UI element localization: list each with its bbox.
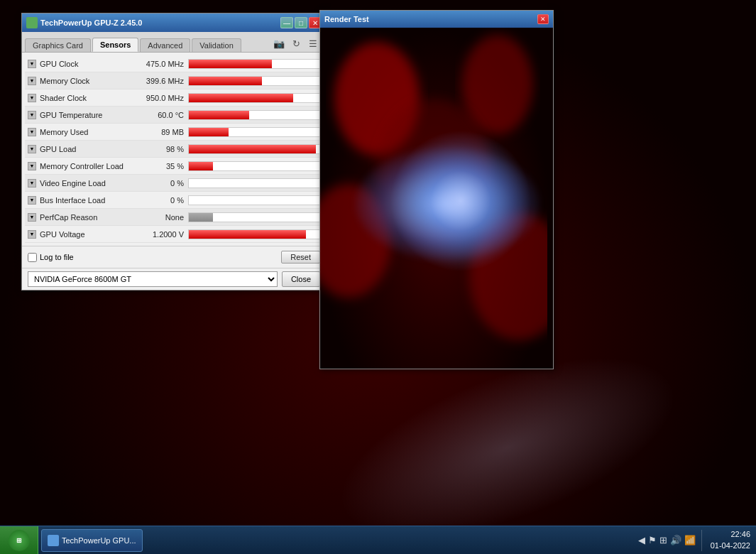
sensor-bar-container bbox=[188, 161, 323, 171]
menu-icon[interactable]: ☰ bbox=[306, 36, 320, 50]
tab-advanced[interactable]: Advanced bbox=[140, 38, 190, 52]
sensor-label: GPU Load bbox=[38, 145, 76, 153]
minimize-button[interactable]: — bbox=[280, 17, 293, 28]
sensor-dropdown-btn[interactable]: ▼ bbox=[28, 94, 36, 102]
sensor-name-cell: ▼Video Engine Load bbox=[25, 179, 135, 188]
tab-validation[interactable]: Validation bbox=[192, 38, 241, 52]
sensor-name-cell: ▼Bus Interface Load bbox=[25, 196, 135, 205]
reset-button[interactable]: Reset bbox=[281, 251, 320, 264]
sensor-dropdown-btn[interactable]: ▼ bbox=[28, 77, 36, 85]
sensor-value: 98 % bbox=[135, 145, 188, 153]
start-button[interactable]: ⊞ bbox=[0, 526, 38, 555]
sensor-name-cell: ▼GPU Voltage bbox=[25, 230, 135, 239]
sensor-label: Memory Clock bbox=[38, 77, 89, 85]
render-test-window: Render Test ✕ bbox=[319, 10, 554, 369]
sensor-bar bbox=[189, 94, 293, 102]
sensor-bar bbox=[189, 77, 262, 85]
camera-icon[interactable]: 📷 bbox=[272, 36, 286, 50]
win-controls: — □ ✕ bbox=[280, 17, 322, 28]
sensor-bar-container bbox=[188, 127, 323, 137]
sensor-row: ▼Memory Clock399.6 MHz bbox=[25, 72, 323, 89]
taskbar-clock: 22:46 01-04-2022 bbox=[705, 529, 756, 551]
sensors-panel: ▼GPU Clock475.0 MHz▼Memory Clock399.6 MH… bbox=[22, 53, 326, 246]
sensor-bar bbox=[189, 145, 316, 153]
signal-icon[interactable]: 📶 bbox=[684, 535, 696, 545]
sensor-value: 475.0 MHz bbox=[135, 60, 188, 68]
sensor-dropdown-btn[interactable]: ▼ bbox=[28, 128, 36, 136]
sensor-dropdown-btn[interactable]: ▼ bbox=[28, 145, 36, 153]
sensor-value: 89 MB bbox=[135, 128, 188, 136]
taskbar-items: TechPowerUp GPU... bbox=[38, 529, 635, 552]
sensor-bar-container bbox=[188, 144, 323, 154]
sensor-value: None bbox=[135, 213, 188, 222]
bottom-panel: Log to file Reset bbox=[22, 246, 326, 268]
gpu-close-button[interactable]: Close bbox=[282, 271, 320, 287]
render-close-button[interactable]: ✕ bbox=[537, 14, 549, 24]
flag-icon[interactable]: ⚑ bbox=[648, 535, 657, 545]
sensor-bar bbox=[189, 213, 213, 222]
log-checkbox-input[interactable] bbox=[28, 253, 37, 262]
sensor-name-cell: ▼Shader Clock bbox=[25, 94, 135, 102]
bottom-buttons: Reset bbox=[281, 251, 320, 264]
sensor-value: 950.0 MHz bbox=[135, 94, 188, 102]
sensor-label: Video Engine Load bbox=[38, 179, 106, 188]
sensor-dropdown-btn[interactable]: ▼ bbox=[28, 111, 36, 119]
sensor-row: ▼PerfCap ReasonNone bbox=[25, 209, 323, 226]
volume-icon[interactable]: 🔊 bbox=[670, 535, 681, 545]
gpu-select[interactable]: NVIDIA GeForce 8600M GT bbox=[28, 271, 278, 287]
sensor-row: ▼GPU Temperature60.0 °C bbox=[25, 107, 323, 124]
sensor-row: ▼Memory Used89 MB bbox=[25, 124, 323, 141]
sensor-bar-container bbox=[188, 110, 323, 120]
sensor-value: 0 % bbox=[135, 179, 188, 188]
sensor-row: ▼Bus Interface Load0 % bbox=[25, 192, 323, 209]
taskbar-gpuz-item[interactable]: TechPowerUp GPU... bbox=[41, 529, 143, 552]
network-icon[interactable]: ⊞ bbox=[659, 535, 667, 545]
render-center-light bbox=[390, 130, 532, 272]
taskbar: ⊞ TechPowerUp GPU... ◀ ⚑ ⊞ 🔊 📶 22:46 01-… bbox=[0, 526, 756, 554]
sensor-name-cell: ▼Memory Controller Load bbox=[25, 162, 135, 170]
sensor-label: GPU Temperature bbox=[38, 111, 102, 119]
sensor-name-cell: ▼Memory Used bbox=[25, 128, 135, 136]
sensor-row: ▼Video Engine Load0 % bbox=[25, 175, 323, 192]
sensor-dropdown-btn[interactable]: ▼ bbox=[28, 179, 36, 188]
sensor-value: 0 % bbox=[135, 196, 188, 205]
sensor-name-cell: ▼GPU Temperature bbox=[25, 111, 135, 119]
render-titlebar: Render Test ✕ bbox=[320, 11, 553, 28]
gpuz-icon bbox=[26, 17, 38, 28]
tab-graphics-card[interactable]: Graphics Card bbox=[25, 38, 91, 52]
sensor-label: Memory Used bbox=[38, 128, 88, 136]
taskbar-gpuz-label: TechPowerUp GPU... bbox=[62, 536, 136, 545]
sensor-dropdown-btn[interactable]: ▼ bbox=[28, 213, 36, 222]
sensor-row: ▼GPU Load98 % bbox=[25, 141, 323, 158]
sensor-bar-container bbox=[188, 229, 323, 239]
sensor-value: 399.6 MHz bbox=[135, 77, 188, 85]
sensor-value: 60.0 °C bbox=[135, 111, 188, 119]
sensor-label: Shader Clock bbox=[38, 94, 87, 102]
sensor-dropdown-btn[interactable]: ▼ bbox=[28, 230, 36, 239]
sensor-label: Bus Interface Load bbox=[38, 196, 105, 205]
sensor-row: ▼Memory Controller Load35 % bbox=[25, 158, 323, 175]
sensor-name-cell: ▼GPU Load bbox=[25, 145, 135, 153]
tab-bar: Graphics Card Sensors Advanced Validatio… bbox=[22, 32, 326, 53]
sensor-bar-container bbox=[188, 93, 323, 103]
sensor-bar-container bbox=[188, 76, 323, 86]
log-checkbox-label[interactable]: Log to file bbox=[28, 253, 74, 262]
back-icon[interactable]: ◀ bbox=[638, 535, 645, 545]
sensor-bar-container bbox=[188, 212, 323, 222]
sensor-dropdown-btn[interactable]: ▼ bbox=[28, 196, 36, 205]
sensor-dropdown-btn[interactable]: ▼ bbox=[28, 60, 36, 68]
gpuz-window: TechPowerUp GPU-Z 2.45.0 — □ ✕ Graphics … bbox=[21, 13, 327, 290]
sensor-bar-container bbox=[188, 195, 323, 205]
sensor-label: PerfCap Reason bbox=[38, 213, 97, 222]
sensor-row: ▼GPU Clock475.0 MHz bbox=[25, 55, 323, 72]
sensor-value: 1.2000 V bbox=[135, 230, 188, 239]
sensor-dropdown-btn[interactable]: ▼ bbox=[28, 162, 36, 170]
tab-icon-group: 📷 ↻ ☰ bbox=[269, 35, 323, 52]
tab-sensors[interactable]: Sensors bbox=[92, 38, 138, 52]
gpu-selector-row: NVIDIA GeForce 8600M GT Close bbox=[22, 268, 326, 290]
maximize-button[interactable]: □ bbox=[295, 17, 307, 28]
refresh-icon[interactable]: ↻ bbox=[289, 36, 303, 50]
sensor-bar-container bbox=[188, 59, 323, 69]
sensor-bar bbox=[189, 128, 229, 136]
sensor-name-cell: ▼GPU Clock bbox=[25, 60, 135, 68]
